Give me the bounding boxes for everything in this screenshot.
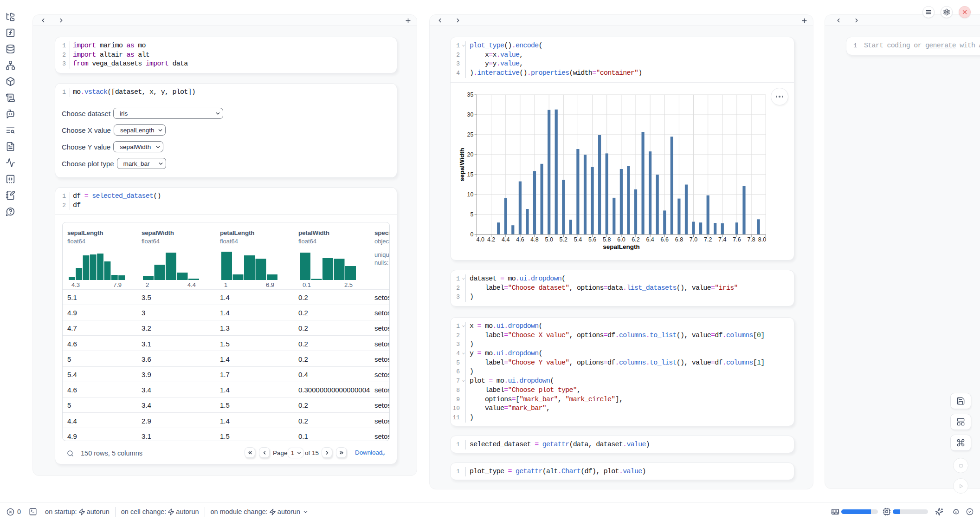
svg-text:4.4: 4.4	[502, 236, 509, 243]
svg-text:4.0: 4.0	[477, 236, 484, 243]
svg-text:5.6: 5.6	[588, 236, 596, 243]
svg-text:5.4: 5.4	[574, 236, 582, 243]
svg-text:0: 0	[471, 231, 474, 238]
svg-text:8.0: 8.0	[758, 236, 766, 243]
svg-text:20: 20	[467, 151, 474, 158]
svg-text:6.2: 6.2	[632, 236, 639, 243]
svg-text:sepalLength: sepalLength	[603, 243, 640, 250]
svg-text:7.2: 7.2	[704, 236, 712, 243]
svg-text:15: 15	[467, 171, 474, 178]
svg-text:7.4: 7.4	[718, 236, 726, 243]
svg-text:6.4: 6.4	[646, 236, 654, 243]
svg-text:7.0: 7.0	[690, 236, 697, 243]
svg-text:6.8: 6.8	[675, 236, 683, 243]
svg-text:5.8: 5.8	[603, 236, 611, 243]
svg-text:4.8: 4.8	[530, 236, 538, 243]
svg-text:4.2: 4.2	[487, 236, 495, 243]
svg-text:5.0: 5.0	[545, 236, 553, 243]
svg-text:6.0: 6.0	[617, 236, 625, 243]
svg-text:25: 25	[467, 131, 474, 138]
svg-text:sepalWidth: sepalWidth	[458, 148, 465, 182]
svg-text:10: 10	[467, 191, 474, 198]
svg-text:5: 5	[471, 211, 474, 218]
svg-text:4.6: 4.6	[516, 236, 524, 243]
svg-text:30: 30	[467, 111, 474, 118]
svg-text:7.6: 7.6	[733, 236, 741, 243]
svg-text:7.8: 7.8	[747, 236, 755, 243]
svg-text:35: 35	[467, 91, 474, 98]
svg-text:5.2: 5.2	[560, 236, 567, 243]
svg-text:6.6: 6.6	[661, 236, 669, 243]
